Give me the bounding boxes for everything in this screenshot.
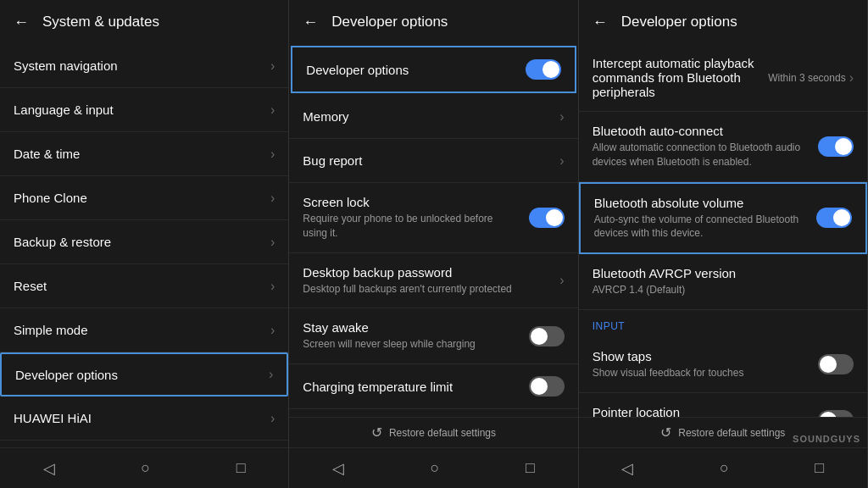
toggle-knob (835, 138, 852, 155)
panel2-header: ← Developer options (289, 0, 577, 44)
chevron-icon: › (269, 367, 273, 382)
pointer-location-toggle[interactable] (818, 410, 854, 417)
chevron-icon: › (270, 323, 275, 338)
screen-lock-toggle[interactable] (529, 208, 565, 228)
sidebar-item-backup-restore[interactable]: Backup & restore › (0, 220, 288, 264)
show-taps-item[interactable]: Show taps Show visual feedback for touch… (579, 337, 867, 393)
chevron-icon: › (559, 153, 564, 169)
bluetooth-hci-item[interactable]: Enable Bluetooth HCI snoop log Capture a… (289, 409, 577, 417)
bluetooth-absolute-volume-toggle[interactable] (816, 208, 852, 228)
recents-nav-btn[interactable]: □ (223, 456, 259, 480)
panel1-title: System & updates (42, 14, 159, 30)
toggle-knob (542, 61, 559, 78)
sidebar-item-language-input[interactable]: Language & input › (0, 88, 288, 132)
bluetooth-avrcp-item[interactable]: Bluetooth AVRCP version AVRCP 1.4 (Defau… (579, 254, 867, 310)
toggle-knob (820, 356, 837, 373)
restore-bar-panel2[interactable]: ↺ Restore default settings (289, 417, 577, 447)
bug-report-item[interactable]: Bug report › (289, 139, 577, 183)
chevron-icon: › (270, 103, 275, 118)
bluetooth-absolute-volume-item[interactable]: Bluetooth absolute volume Auto-sync the … (579, 182, 867, 255)
sidebar-item-phone-clone[interactable]: Phone Clone › (0, 176, 288, 220)
panel1-bottom-nav: ◁ ○ □ (0, 447, 288, 488)
bluetooth-auto-connect-toggle[interactable] (818, 136, 854, 157)
intercept-value: Within 3 seconds (768, 72, 845, 84)
sidebar-item-system-navigation[interactable]: System navigation › (0, 44, 288, 88)
pointer-location-item[interactable]: Pointer location Screen overlay showing … (579, 393, 867, 417)
soundguys-watermark: SOUNDGUYS (793, 434, 860, 444)
panel3-header: ← Developer options (579, 0, 867, 44)
panel-developer-options-1: ← Developer options Developer options Me… (289, 0, 578, 488)
restore-label: Restore default settings (678, 427, 785, 439)
desktop-backup-item[interactable]: Desktop backup password Desktop full bac… (289, 253, 577, 309)
home-nav-btn[interactable]: ○ (127, 456, 164, 480)
panel2-settings-list: Developer options Memory › Bug report › (289, 44, 577, 417)
recents-nav-btn[interactable]: □ (512, 456, 548, 480)
back-nav-btn[interactable]: ◁ (30, 456, 69, 481)
chevron-icon: › (559, 109, 564, 125)
chevron-icon: › (270, 58, 275, 74)
show-taps-toggle[interactable] (818, 354, 854, 374)
sidebar-item-reset[interactable]: Reset › (0, 264, 288, 308)
back-nav-btn[interactable]: ◁ (319, 456, 358, 481)
stay-awake-item[interactable]: Stay awake Screen will never sleep while… (289, 308, 577, 364)
restore-icon: ↺ (371, 424, 382, 441)
home-nav-btn[interactable]: ○ (417, 456, 453, 480)
screen-lock-item[interactable]: Screen lock Require your phone to be unl… (289, 183, 577, 253)
section-input-label: INPUT (579, 310, 867, 337)
charging-temp-item[interactable]: Charging temperature limit (289, 364, 577, 409)
panel3-bottom-nav: ◁ ○ □ (579, 447, 867, 488)
intercept-item[interactable]: Intercept automatic playback commands fr… (579, 44, 867, 112)
restore-label: Restore default settings (389, 427, 496, 439)
restore-icon: ↺ (660, 424, 671, 441)
sidebar-item-certification-logos[interactable]: Certification logos › (0, 441, 288, 447)
back-nav-btn[interactable]: ◁ (608, 456, 647, 481)
recents-nav-btn[interactable]: □ (801, 456, 837, 480)
sidebar-item-simple-mode[interactable]: Simple mode › (0, 308, 288, 352)
toggle-knob (546, 209, 563, 226)
charging-temp-toggle[interactable] (529, 376, 565, 396)
toggle-knob (833, 209, 850, 226)
back-icon-panel2[interactable]: ← (303, 14, 318, 31)
sidebar-item-developer-options[interactable]: Developer options › (0, 352, 288, 396)
chevron-icon: › (270, 235, 275, 250)
chevron-icon: › (849, 70, 854, 86)
panel-system-updates: ← System & updates System navigation › L… (0, 0, 289, 488)
chevron-icon: › (270, 191, 275, 206)
sidebar-item-huawei-hiai[interactable]: HUAWEI HiAI › (0, 396, 288, 441)
back-icon-panel1[interactable]: ← (14, 14, 29, 31)
home-nav-btn[interactable]: ○ (706, 456, 743, 480)
toggle-knob (820, 412, 837, 417)
chevron-icon: › (559, 273, 564, 288)
panel2-bottom-nav: ◁ ○ □ (289, 447, 577, 488)
panel-developer-options-2: ← Developer options Intercept automatic … (579, 0, 868, 488)
panel1-settings-list: System navigation › Language & input › D… (0, 44, 288, 447)
developer-options-toggle[interactable] (526, 59, 561, 80)
bluetooth-auto-connect-item[interactable]: Bluetooth auto-connect Allow automatic c… (579, 112, 867, 182)
chevron-icon: › (270, 411, 275, 426)
toggle-knob (531, 328, 548, 345)
panel3-settings-list: Intercept automatic playback commands fr… (579, 44, 867, 417)
developer-options-toggle-item[interactable]: Developer options (291, 46, 576, 93)
panel2-title: Developer options (331, 14, 448, 30)
sidebar-item-date-time[interactable]: Date & time › (0, 132, 288, 176)
back-icon-panel3[interactable]: ← (593, 14, 608, 31)
panel1-header: ← System & updates (0, 0, 288, 44)
stay-awake-toggle[interactable] (529, 326, 565, 347)
chevron-icon: › (270, 279, 275, 294)
memory-item[interactable]: Memory › (289, 95, 577, 139)
toggle-knob (531, 378, 548, 395)
chevron-icon: › (270, 147, 275, 162)
panel3-title: Developer options (621, 14, 737, 30)
